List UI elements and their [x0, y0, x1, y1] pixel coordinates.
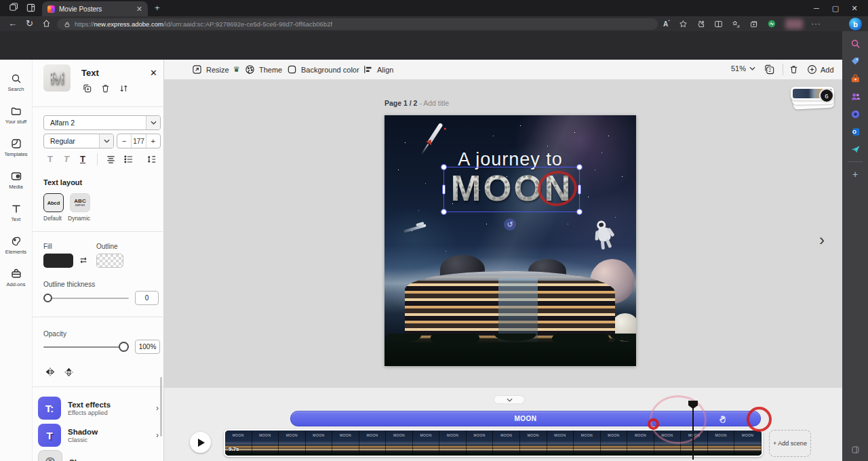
italic-button[interactable]: T	[64, 154, 69, 164]
workspaces-icon[interactable]	[8, 3, 18, 13]
add-scene-button[interactable]: + Add scene	[769, 430, 811, 457]
split-screen-icon[interactable]	[714, 20, 723, 28]
filmstrip-frame[interactable]: MOON	[413, 430, 440, 456]
next-page-chevron[interactable]: ›	[819, 230, 825, 249]
outline-color-swatch[interactable]	[96, 254, 123, 268]
selection-handle-bottom-left[interactable]	[441, 209, 447, 215]
layout-default-button[interactable]: Abcd	[43, 193, 64, 212]
sidebar-tools-icon[interactable]	[850, 73, 861, 85]
tab-actions-icon[interactable]	[26, 3, 36, 13]
selection-handle-left[interactable]	[442, 184, 446, 195]
url-bar[interactable]: https://new.express.adobe.com/id/urn:aai…	[57, 18, 658, 30]
play-button[interactable]	[190, 432, 211, 453]
panel-scrollbar[interactable]	[160, 377, 162, 437]
tab-close-icon[interactable]: ✕	[136, 5, 142, 13]
filmstrip-frame[interactable]: MOON	[359, 430, 387, 456]
delete-layer-icon[interactable]	[100, 83, 111, 94]
back-icon[interactable]: ←	[8, 19, 17, 28]
sidebar-shopping-icon[interactable]	[850, 56, 861, 67]
favorites-bar-icon[interactable]	[732, 20, 741, 28]
browser-menu-icon[interactable]: ···	[812, 20, 821, 28]
sidebar-search-icon[interactable]	[850, 38, 861, 49]
outline-thickness-slider[interactable]	[43, 298, 129, 299]
timeline-collapse-button[interactable]	[494, 395, 525, 404]
sidebar-settings-icon[interactable]	[850, 444, 861, 456]
refresh-icon[interactable]: ↻	[26, 19, 33, 28]
playhead-line[interactable]	[692, 408, 694, 460]
align-button[interactable]: Align	[363, 64, 393, 75]
sidebar-item-elements[interactable]: Elements	[0, 229, 33, 262]
filmstrip-frame[interactable]: MOON	[520, 430, 547, 456]
selection-handle-right[interactable]	[578, 184, 581, 195]
filmstrip-frame[interactable]: MOON	[627, 430, 654, 456]
poster-page[interactable]: A journey to MOON	[384, 115, 636, 366]
sidebar-item-add-ons[interactable]: Add-ons	[0, 262, 33, 294]
reorder-icon[interactable]	[119, 83, 129, 94]
swap-colors-icon[interactable]	[79, 256, 88, 265]
opacity-value[interactable]: 100%	[135, 340, 160, 354]
font-weight-select[interactable]: Regular	[43, 134, 114, 148]
bold-button[interactable]: T	[47, 154, 53, 164]
profile-avatar[interactable]	[785, 19, 803, 29]
browser-essentials-icon[interactable]	[767, 19, 776, 28]
opacity-knob[interactable]	[119, 342, 129, 352]
selection-handle-bottom-right[interactable]	[576, 209, 583, 215]
theme-button[interactable]: Theme	[245, 64, 282, 75]
sidebar-item-templates[interactable]: Templates	[0, 132, 33, 164]
filmstrip-frame[interactable]: MOON	[439, 430, 467, 456]
zoom-control[interactable]: 51%	[731, 64, 755, 73]
text-effects-item[interactable]: T: Text effectsEffects applied ›	[38, 395, 159, 421]
sidebar-item-your-stuff[interactable]: Your stuff	[0, 99, 33, 132]
home-icon[interactable]	[42, 19, 51, 28]
delete-page-icon[interactable]	[789, 64, 799, 75]
sidebar-item-text[interactable]: Text	[0, 197, 33, 229]
font-size-value[interactable]: 177	[131, 134, 145, 148]
filmstrip-frame[interactable]: MOON	[252, 430, 279, 456]
minimize-button[interactable]: ─	[807, 1, 826, 16]
bing-copilot-icon[interactable]: b	[849, 18, 862, 31]
line-spacing-icon[interactable]	[146, 155, 157, 164]
filmstrip-frame[interactable]: MOON	[467, 430, 494, 456]
selection-handle-top-right[interactable]	[576, 164, 583, 170]
underline-button[interactable]: T	[80, 154, 85, 164]
list-icon[interactable]	[123, 155, 134, 164]
maximize-button[interactable]: ▢	[826, 1, 845, 16]
collections-icon[interactable]	[749, 20, 758, 28]
selection-handle-top-left[interactable]	[441, 164, 447, 170]
outline-thickness-knob[interactable]	[43, 294, 52, 302]
flip-vertical-icon[interactable]	[64, 367, 74, 378]
filmstrip-frame[interactable]: MOON	[547, 430, 574, 456]
background-color-button[interactable]: Background color	[287, 64, 359, 75]
opacity-slider[interactable]	[43, 346, 125, 348]
filmstrip-frame[interactable]: MOON	[306, 430, 333, 456]
sidebar-item-search[interactable]: Search	[0, 66, 33, 99]
fill-color-swatch[interactable]	[43, 254, 73, 268]
duplicate-icon[interactable]	[82, 83, 92, 94]
filmstrip-frame[interactable]: MOON	[332, 430, 359, 456]
pages-view-button[interactable]: 2	[764, 64, 775, 75]
browser-tab-movie-posters[interactable]: Movie Posters ✕	[42, 1, 148, 16]
font-size-increase[interactable]: +	[146, 134, 160, 148]
sidebar-item-media[interactable]: Media	[0, 164, 33, 197]
sidebar-outlook-icon[interactable]	[850, 126, 861, 138]
filmstrip-frame[interactable]: MOON	[734, 430, 762, 456]
text-align-icon[interactable]	[106, 155, 116, 164]
filmstrip-frame[interactable]: MOON	[493, 430, 520, 456]
sidebar-drop-icon[interactable]	[850, 144, 861, 155]
new-tab-button[interactable]: +	[155, 3, 160, 13]
filmstrip-frame[interactable]: MOON	[601, 430, 628, 456]
text-size-icon[interactable]: Aˆ	[663, 20, 670, 28]
panel-close-icon[interactable]: ✕	[150, 68, 157, 78]
sidebar-add-icon[interactable]: +	[850, 168, 861, 180]
shape-item[interactable]: Ⓣ Shape ›	[38, 449, 159, 461]
layout-dynamic-button[interactable]: ABC DEFGH	[70, 193, 90, 212]
shadow-item[interactable]: T ShadowClassic ›	[38, 422, 159, 448]
close-button[interactable]: ✕	[845, 1, 864, 16]
extensions-icon[interactable]	[696, 20, 705, 28]
sidebar-lens-icon[interactable]	[850, 108, 861, 120]
filmstrip-frame[interactable]: MOON	[708, 430, 735, 456]
filmstrip-frame[interactable]: MOON	[386, 430, 413, 456]
flip-horizontal-icon[interactable]	[45, 367, 56, 377]
font-size-decrease[interactable]: −	[117, 134, 131, 148]
page-title-hint[interactable]: - Add title	[419, 99, 449, 107]
